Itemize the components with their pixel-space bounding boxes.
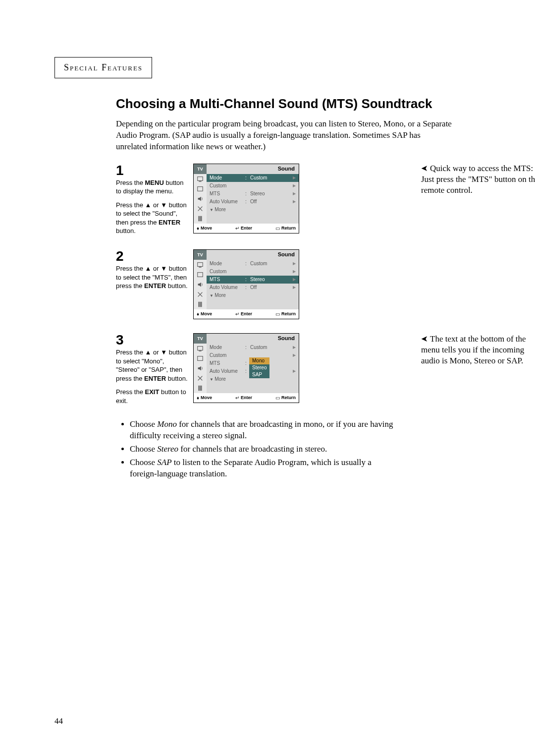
bullet-stereo: Choose Stereo for channels that are broa…: [130, 444, 393, 455]
pointer-left-icon: ➤: [421, 334, 428, 345]
osd-footer: ♦Move ↵Enter ▭Return: [194, 393, 299, 403]
svg-rect-1: [199, 181, 201, 181]
osd-screenshot-2: TV Sound Mode:Custom▶ Custom▶ MTS:Stereo…: [193, 249, 299, 319]
osd-option-mono: Mono: [249, 357, 269, 364]
section-header: Special Features: [54, 57, 152, 78]
osd-row-mode: Mode:Custom▶: [207, 260, 299, 268]
svg-rect-16: [200, 386, 201, 391]
bullet-sap: Choose SAP to listen to the Separate Aud…: [130, 457, 393, 480]
tools-icon: [194, 290, 207, 299]
osd-footer: ♦Move ↵Enter ▭Return: [194, 309, 299, 319]
osd-row-custom: Custom▶: [207, 182, 299, 190]
osd-title: Sound: [207, 164, 299, 174]
enter-icon: ↵: [235, 226, 239, 231]
svg-rect-8: [198, 273, 203, 277]
step-1-number: 1: [116, 164, 189, 177]
svg-rect-11: [201, 302, 202, 307]
page-number: 44: [54, 716, 63, 726]
osd-row-mode: Mode:Custom▶: [207, 344, 299, 351]
step-2-number: 2: [116, 249, 189, 263]
svg-rect-4: [200, 216, 201, 221]
sound-icon: [194, 194, 207, 204]
osd-row-mts: MTS:Stereo▶: [207, 190, 299, 198]
osd-screenshot-1: TV Sound Mode:Custom▶ Custom▶ MTS:Stereo…: [193, 164, 299, 233]
tools-icon: [194, 373, 207, 383]
setup-icon: [194, 383, 207, 393]
svg-rect-0: [198, 176, 203, 180]
svg-rect-12: [198, 347, 203, 350]
osd-row-custom: Custom▶: [207, 268, 299, 276]
osd-row-more: More: [207, 291, 299, 299]
display-icon: [194, 353, 207, 363]
return-icon: ▭: [275, 226, 280, 231]
page-title: Choosing a Multi-Channel Sound (MTS) Sou…: [116, 97, 482, 112]
sound-icon: [194, 363, 207, 373]
svg-rect-10: [200, 302, 201, 307]
osd-row-autovol: Auto Volume:Off▶: [207, 198, 299, 206]
osd-footer: ♦Move ↵Enter ▭Return: [194, 224, 299, 233]
tv-icon: TV: [194, 164, 207, 174]
sound-icon: [194, 280, 207, 290]
svg-rect-15: [199, 386, 200, 391]
bullet-mono: Choose Mono for channels that are broadc…: [130, 419, 393, 442]
osd-option-stereo: Stereo: [249, 364, 269, 371]
step-3-number: 3: [116, 333, 189, 347]
svg-rect-3: [199, 216, 200, 221]
svg-rect-9: [199, 302, 200, 307]
step-3-text: 3 Press the ▲ or ▼ button to select "Mon…: [116, 333, 189, 405]
pointer-left-icon: ➤: [421, 163, 428, 174]
main-content: Choosing a Multi-Channel Sound (MTS) Sou…: [116, 97, 482, 482]
svg-rect-5: [201, 216, 202, 221]
display-icon: [194, 270, 207, 280]
osd-title: Sound: [207, 334, 299, 344]
osd-row-more: More: [207, 206, 299, 214]
picture-icon: [194, 344, 207, 353]
bullet-list: Choose Mono for channels that are broadc…: [116, 419, 393, 480]
step-1-text: 1 Press the MENU button to display the m…: [116, 164, 189, 235]
osd-screenshot-3: TV Sound Mode:Custom▶ Custom▶ MTS: Auto …: [193, 333, 299, 403]
osd-option-sap: SAP: [249, 371, 269, 378]
move-icon: ♦: [197, 226, 199, 231]
svg-rect-6: [198, 263, 203, 267]
setup-icon: [194, 214, 207, 224]
step-2-text: 2 Press the ▲ or ▼ button to select the …: [116, 249, 189, 291]
intro-paragraph: Depending on the particular program bein…: [116, 118, 453, 153]
osd-row-mts: MTS:Stereo▶: [207, 276, 299, 284]
osd-row-mode: Mode:Custom▶: [207, 174, 299, 182]
picture-icon: [194, 260, 207, 270]
side-note-mts-status: ➤The text at the bottom of the menu tell…: [421, 334, 535, 366]
svg-rect-2: [198, 186, 203, 191]
manual-page: Special Features Choosing a Multi-Channe…: [0, 0, 535, 756]
side-note-mts-shortcut: ➤Quick way to access the MTS: Just press…: [421, 163, 535, 196]
picture-icon: [194, 174, 207, 184]
tools-icon: [194, 204, 207, 214]
tv-icon: TV: [194, 250, 207, 260]
osd-submenu-mts: Mono Stereo SAP: [249, 357, 269, 378]
osd-icon-column: TV: [194, 164, 207, 224]
svg-rect-7: [199, 267, 201, 267]
svg-rect-17: [201, 386, 202, 391]
setup-icon: [194, 299, 207, 309]
svg-rect-14: [198, 356, 203, 361]
osd-title: Sound: [207, 250, 299, 260]
osd-row-autovol: Auto Volume:Off▶: [207, 284, 299, 291]
svg-rect-13: [199, 350, 201, 351]
step-2: 2 Press the ▲ or ▼ button to select the …: [116, 249, 482, 319]
tv-icon: TV: [194, 334, 207, 344]
display-icon: [194, 184, 207, 194]
